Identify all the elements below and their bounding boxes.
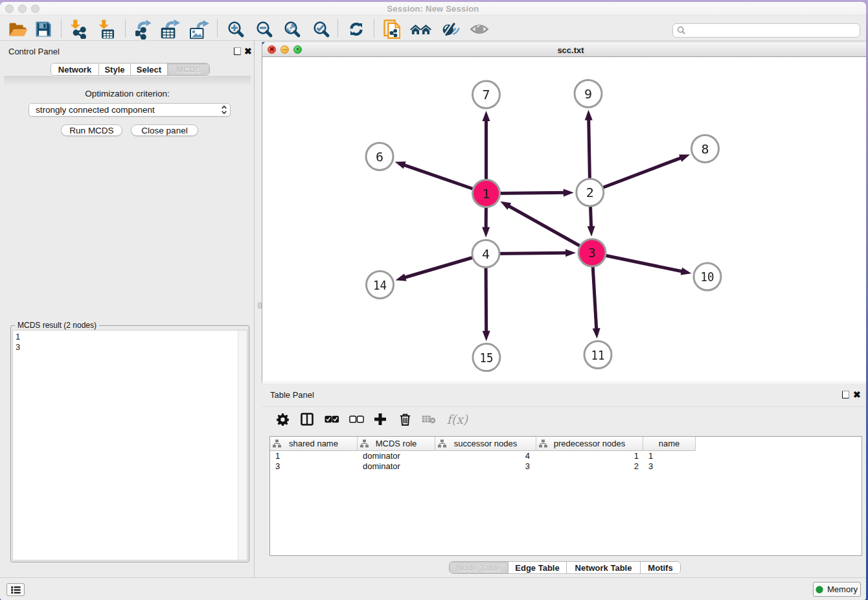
import-table-button[interactable] [96,18,118,40]
graph-edge-arrowhead [395,161,406,168]
show-all-button[interactable] [468,18,490,40]
status-bar: Memory [0,577,866,600]
fx-icon: f(x) [447,412,468,426]
graph-node-label: 3 [588,245,596,260]
graph-node-label: 10 [701,269,714,284]
network-canvas[interactable]: 7968124314101511 [262,57,866,381]
search-input[interactable] [672,23,860,38]
vertical-splitter-handle[interactable] [258,303,262,308]
tab-edge-table[interactable]: Edge Table [508,562,567,573]
table-cell[interactable]: dominator [358,451,435,461]
column-type-icon [438,439,446,448]
export-network-button[interactable] [133,18,155,40]
graph-edge-2-8[interactable] [590,157,681,192]
table-cell[interactable]: 3 [435,461,536,472]
table-cell[interactable]: 4 [435,451,536,461]
function-builder-button[interactable]: f(x) [445,410,470,429]
zoom-fit-icon [284,21,301,38]
column-header-shared-name[interactable]: shared name [270,437,358,451]
export-table-button[interactable] [160,18,182,40]
clone-network-button[interactable] [381,18,403,40]
tab-select[interactable]: Select [131,63,168,75]
create-column-button[interactable] [371,410,390,429]
unselect-all-columns-button[interactable] [347,410,366,429]
import-network-button[interactable] [67,18,89,40]
column-header-label: predecessor nodes [554,439,626,448]
table-cell[interactable]: 2 [536,461,643,472]
apply-layout-button[interactable] [345,18,367,40]
close-panel-button[interactable]: Close panel [131,124,198,136]
table-panel-close-button[interactable]: ✖ [853,391,861,398]
plus-icon [374,413,387,426]
tab-mcds[interactable]: MCDS [168,63,209,75]
tab-node-table[interactable]: Node Table [450,562,508,573]
select-all-columns-button[interactable] [322,410,341,429]
table-cell[interactable]: 1 [643,451,696,461]
column-header-name[interactable]: name [643,437,696,451]
column-header-successor-nodes[interactable]: successor nodes [435,437,536,451]
table-row[interactable]: 3dominator323 [270,461,862,472]
table-cell[interactable]: 1 [536,451,643,461]
optimization-criterion-label: Optimization criterion: [0,89,255,98]
zoom-fit-button[interactable] [282,18,304,40]
first-neighbors-button[interactable] [409,18,431,40]
show-columns-button[interactable] [297,410,317,429]
trash-icon [399,413,411,426]
export-image-button[interactable] [189,18,211,40]
column-header-MCDS-role[interactable]: MCDS role [358,437,435,451]
window-titlebar: Session: New Session [0,2,866,16]
table-panel: Table Panel ✖ [262,384,866,577]
table-row[interactable]: 1dominator411 [270,451,862,461]
open-session-button[interactable] [8,18,30,40]
control-panel-float-button[interactable] [234,47,241,55]
result-scrollbar[interactable] [238,330,247,560]
table-cell[interactable]: 1 [270,451,358,461]
columns-icon [301,413,314,426]
show-panels-button[interactable] [6,583,25,596]
graph-edge-arrowhead [588,226,595,237]
table-cell[interactable]: 3 [643,461,696,472]
main-toolbar [0,16,866,41]
graph-edge-arrowhead [395,273,406,281]
tab-network-table[interactable]: Network Table [567,562,641,573]
import-network-icon [71,19,86,39]
hide-selected-button[interactable] [440,18,462,40]
table-cell[interactable]: 3 [270,461,358,472]
houses-icon [410,25,431,34]
zoom-out-button[interactable] [253,18,275,40]
mcds-result-list[interactable]: 1 3 [12,330,247,560]
graph-node-label: 6 [376,149,383,165]
delete-table-icon [422,415,436,424]
tab-motifs[interactable]: Motifs [641,562,680,573]
table-cell[interactable]: dominator [358,461,435,472]
graph-edge-arrowhead [483,111,490,121]
column-type-icon [273,439,281,448]
zoom-in-button[interactable] [225,18,247,40]
column-header-predecessor-nodes[interactable]: predecessor nodes [536,437,643,451]
eye-slash-icon [442,23,460,36]
delete-column-button[interactable] [395,410,415,429]
zoom-out-icon [256,21,273,38]
graph-edge-arrowhead [564,189,574,196]
import-table-icon [99,19,115,39]
table-settings-button[interactable] [273,410,292,429]
mcds-result-values: 1 3 [16,332,20,352]
run-mcds-button[interactable]: Run MCDS [61,124,122,136]
tab-style[interactable]: Style [99,63,131,75]
control-panel-close-button[interactable]: ✖ [244,47,252,55]
optimization-criterion-select[interactable]: strongly connected component [29,103,231,117]
tab-network[interactable]: Network [51,63,99,75]
open-folder-icon [9,22,28,37]
table-header: shared nameMCDS rolesuccessor nodesprede… [270,437,862,451]
window-title: Session: New Session [0,4,866,14]
table-panel-float-button[interactable] [842,391,849,398]
zoom-selected-button[interactable] [310,18,332,40]
toolbar-separator [374,19,374,37]
graph-node-label: 7 [482,87,490,102]
save-session-button[interactable] [32,18,54,40]
column-header-label: name [659,439,680,448]
window-resize-corner [262,42,265,45]
delete-table-button[interactable] [419,410,439,429]
eye-icon [470,23,488,35]
memory-button[interactable]: Memory [813,582,861,597]
